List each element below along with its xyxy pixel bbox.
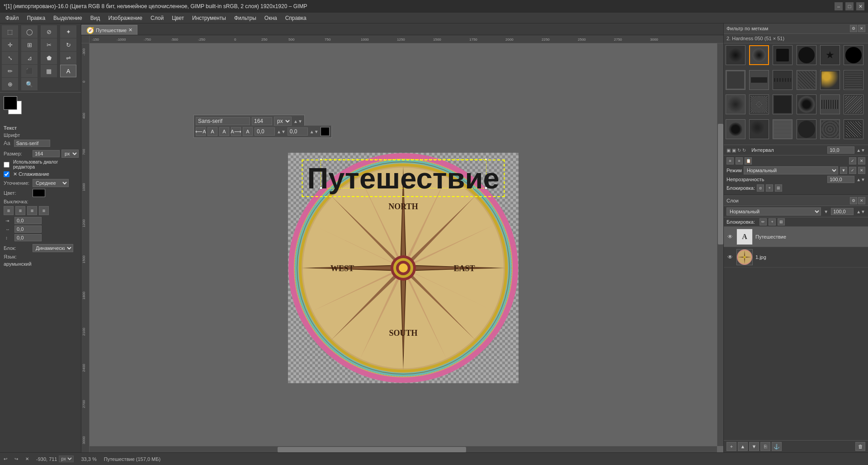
brush-thumb-18[interactable]	[844, 94, 863, 114]
tt-size-input[interactable]	[252, 117, 272, 125]
vertical-scrollbar[interactable]	[717, 43, 723, 446]
foreground-color[interactable]	[4, 96, 17, 110]
tool-crop[interactable]: ✂	[41, 38, 57, 51]
tt-align-btn3[interactable]: A	[219, 127, 229, 136]
tool-ellipse-select[interactable]: ◯	[21, 25, 38, 38]
brush-thumb-11[interactable]	[820, 70, 840, 90]
smoothing-checkbox[interactable]	[4, 171, 9, 177]
tt-font-input[interactable]	[196, 117, 250, 125]
brush-thumb-8[interactable]	[749, 70, 769, 90]
brush-thumb-22[interactable]	[797, 119, 816, 139]
dynamics-btn3[interactable]: 📋	[745, 157, 752, 164]
justify-right-button[interactable]: ≡	[27, 206, 37, 215]
layer-visibility-eye-image[interactable]: 👁	[726, 254, 734, 261]
lock-position-button[interactable]: +	[766, 184, 773, 192]
tt-coord-x[interactable]	[255, 127, 275, 136]
tool-eyedropper[interactable]: ⊕	[2, 78, 18, 90]
brush-thumb-7[interactable]	[726, 70, 745, 90]
brush-thumb-15[interactable]	[773, 94, 793, 114]
hinting-select[interactable]: Среднее	[33, 179, 69, 187]
tool-free-select[interactable]: ⊘	[41, 25, 57, 38]
menu-filters[interactable]: Фильтры	[231, 14, 260, 22]
anchor-layer-button[interactable]: ⚓	[772, 442, 782, 451]
menu-select[interactable]: Выделение	[50, 14, 86, 22]
layers-opacity-input[interactable]	[831, 208, 854, 215]
menu-tools[interactable]: Инструменты	[189, 14, 230, 22]
layer-item-text[interactable]: 👁 A Путешествие	[724, 227, 868, 247]
vscroll-thumb[interactable]	[718, 124, 723, 244]
maximize-button[interactable]: □	[845, 2, 854, 10]
dynamics-opacity-input[interactable]	[827, 176, 854, 183]
brush-thumb-1[interactable]	[726, 45, 745, 65]
brushes-config-button[interactable]: ⚙	[850, 25, 857, 32]
menu-layer[interactable]: Слой	[147, 14, 167, 22]
dynamics-btn1[interactable]: ≡	[726, 157, 734, 164]
use-editor-checkbox[interactable]	[4, 162, 9, 168]
minimize-button[interactable]: –	[835, 2, 843, 10]
brush-thumb-6[interactable]	[844, 45, 863, 65]
layers-close-button[interactable]: ✕	[858, 197, 865, 204]
brush-thumb-9[interactable]	[773, 70, 793, 90]
dynamics-mode-btn3[interactable]: ✕	[858, 167, 865, 174]
raise-layer-button[interactable]: ▲	[738, 442, 748, 451]
image-canvas[interactable]: NORTH SOUTH EAST WEST Путешествие	[288, 153, 519, 383]
statusbar-redo-button[interactable]: ↪	[14, 456, 18, 461]
font-input[interactable]	[14, 140, 50, 147]
menu-image[interactable]: Изображение	[104, 14, 146, 22]
tool-rotate[interactable]: ↻	[60, 38, 76, 51]
lock-alpha-button[interactable]: α	[757, 184, 764, 192]
justify-left-button[interactable]: ≡	[4, 206, 14, 215]
tool-zoom[interactable]: 🔍	[21, 78, 38, 90]
close-button[interactable]: ✕	[856, 2, 864, 10]
justify-fill-button[interactable]: ≡	[39, 206, 49, 215]
text-color-swatch[interactable]	[33, 189, 45, 197]
canvas-tab[interactable]: 🧭 Путешествие ✕	[81, 25, 137, 35]
lock-move-button[interactable]: +	[769, 218, 776, 225]
brush-thumb-3[interactable]	[773, 45, 793, 65]
menu-file[interactable]: Файл	[2, 14, 23, 22]
hscroll-thumb[interactable]	[278, 447, 466, 452]
interval-input[interactable]	[827, 146, 854, 154]
brush-thumb-20[interactable]	[749, 119, 769, 139]
justify-center-button[interactable]: ≡	[15, 206, 25, 215]
new-layer-button[interactable]: +	[726, 442, 736, 451]
tool-align[interactable]: ⊞	[21, 38, 38, 51]
linespacing-input[interactable]	[14, 234, 42, 241]
delete-layer-button[interactable]: 🗑	[855, 442, 865, 451]
brush-thumb-21[interactable]	[773, 119, 793, 139]
horizontal-scrollbar[interactable]	[90, 446, 717, 452]
menu-edit[interactable]: Правка	[24, 14, 49, 22]
block-select[interactable]: Динамический	[33, 244, 73, 252]
tool-move[interactable]: ✛	[2, 38, 18, 51]
indent1-input[interactable]	[14, 217, 42, 224]
menu-windows[interactable]: Окна	[261, 14, 281, 22]
brushes-close-button[interactable]: ✕	[858, 25, 865, 32]
brush-thumb-19[interactable]	[726, 119, 745, 139]
brush-thumb-24[interactable]	[844, 119, 863, 139]
layers-config-button[interactable]: ⚙	[850, 197, 857, 204]
brush-thumb-16[interactable]	[797, 94, 816, 114]
tool-rect-select[interactable]: ⬚	[2, 25, 18, 38]
layer-item-image[interactable]: 👁 1.jpg	[724, 247, 868, 268]
tool-fuzzy-select[interactable]: ✦	[60, 25, 76, 38]
tool-scale[interactable]: ⤡	[2, 52, 18, 64]
brush-thumb-17[interactable]	[820, 94, 840, 114]
indent2-input[interactable]	[14, 225, 42, 233]
tt-coord-y[interactable]	[288, 127, 308, 136]
tt-color-swatch[interactable]	[321, 127, 330, 136]
text-layer[interactable]: Путешествие	[302, 160, 505, 197]
menu-help[interactable]: Справка	[282, 14, 310, 22]
brush-thumb-4[interactable]	[797, 45, 816, 65]
dynamics-toggle-btn2[interactable]: ✕	[858, 157, 865, 164]
lock-all-button[interactable]: ⊞	[775, 184, 782, 192]
statusbar-cancel-button[interactable]: ✕	[25, 456, 29, 461]
brush-thumb-5[interactable]: ★	[820, 45, 840, 65]
menu-view[interactable]: Вид	[87, 14, 104, 22]
tool-paint[interactable]: ✏	[2, 65, 18, 77]
tool-flip[interactable]: ⇌	[60, 52, 76, 64]
brush-thumb-13[interactable]	[726, 94, 745, 114]
tool-shear[interactable]: ⊿	[21, 52, 38, 64]
layers-mode-select[interactable]: Нормальный	[726, 207, 821, 216]
size-input[interactable]	[33, 150, 60, 157]
dynamics-btn2[interactable]: ≡	[736, 157, 743, 164]
